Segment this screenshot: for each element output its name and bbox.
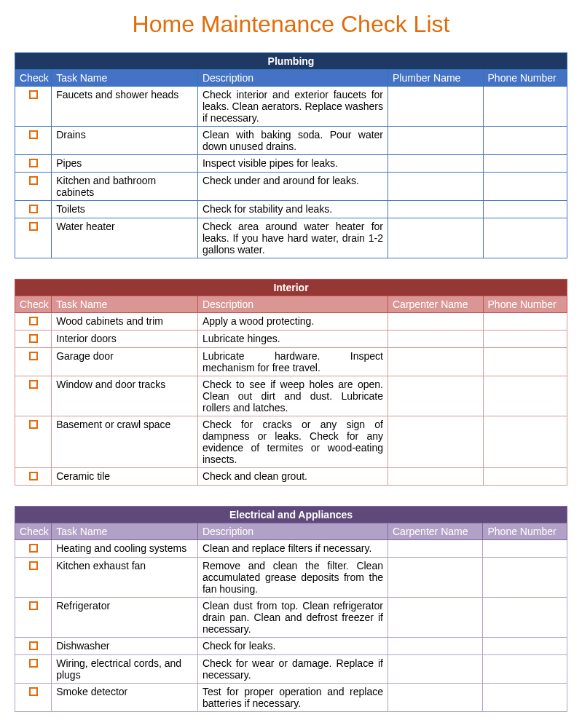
- phone-number-cell[interactable]: [483, 540, 567, 558]
- section-interior: InteriorCheckTask NameDescriptionCarpent…: [15, 279, 567, 486]
- table-row: Window and door tracksCheck to see if we…: [15, 376, 567, 416]
- phone-number-cell[interactable]: [483, 155, 567, 173]
- phone-number-cell[interactable]: [483, 416, 567, 468]
- person-name-cell[interactable]: [388, 468, 484, 486]
- checkbox-icon[interactable]: [29, 420, 38, 429]
- table-row: ToiletsCheck for stability and leaks.: [15, 201, 567, 218]
- person-name-cell[interactable]: [388, 655, 483, 684]
- person-name-cell[interactable]: [388, 558, 483, 598]
- phone-number-cell[interactable]: [483, 376, 567, 416]
- check-cell: [15, 655, 52, 684]
- table-row: Kitchen and bathroom cabinetsCheck under…: [15, 173, 567, 201]
- phone-number-cell[interactable]: [483, 598, 567, 638]
- section-title: Plumbing: [15, 53, 567, 70]
- person-name-cell[interactable]: [388, 331, 484, 348]
- checkbox-icon[interactable]: [29, 90, 38, 99]
- person-name-cell[interactable]: [388, 173, 484, 201]
- person-name-cell[interactable]: [388, 684, 483, 712]
- table-row: Faucets and shower headsCheck interior a…: [15, 87, 567, 127]
- phone-number-cell[interactable]: [483, 201, 567, 218]
- phone-number-cell[interactable]: [483, 348, 567, 376]
- phone-number-cell[interactable]: [483, 127, 567, 155]
- table-row: Wood cabinets and trimApply a wood prote…: [15, 313, 567, 331]
- person-name-cell[interactable]: [388, 348, 484, 376]
- task-description: Check to see if weep holes are open. Cle…: [197, 376, 388, 416]
- column-header-phone: Phone Number: [483, 523, 567, 540]
- person-name-cell[interactable]: [388, 313, 484, 331]
- person-name-cell[interactable]: [388, 376, 484, 416]
- column-header-description: Description: [197, 70, 388, 87]
- checkbox-icon[interactable]: [29, 334, 38, 343]
- check-cell: [15, 173, 52, 201]
- task-description: Check interior and exterior faucets for …: [197, 87, 388, 127]
- phone-number-cell[interactable]: [483, 331, 567, 348]
- checkbox-icon[interactable]: [29, 561, 38, 570]
- check-cell: [15, 313, 52, 331]
- phone-number-cell[interactable]: [483, 173, 567, 201]
- task-description: Check for stability and leaks.: [197, 201, 388, 218]
- task-description: Check area around water heater for leaks…: [197, 218, 388, 258]
- person-name-cell[interactable]: [388, 598, 483, 638]
- check-cell: [15, 638, 52, 655]
- task-name: Pipes: [52, 155, 198, 173]
- phone-number-cell[interactable]: [483, 468, 567, 486]
- person-name-cell[interactable]: [388, 155, 484, 173]
- checkbox-icon[interactable]: [29, 352, 38, 360]
- task-description: Clean and replace filters if necessary.: [197, 540, 388, 558]
- phone-number-cell[interactable]: [483, 638, 567, 655]
- column-header-description: Description: [197, 523, 388, 540]
- task-description: Check for leaks.: [197, 638, 388, 655]
- table-row: Garage doorLubricate hardware. Inspect m…: [15, 348, 567, 376]
- column-header-phone: Phone Number: [483, 70, 567, 87]
- column-header-task: Task Name: [52, 523, 198, 540]
- phone-number-cell[interactable]: [483, 87, 567, 127]
- task-description: Check for cracks or any sign of dampness…: [197, 416, 388, 468]
- table-row: Wiring, electrical cords, and plugsCheck…: [15, 655, 567, 684]
- checkbox-icon[interactable]: [29, 544, 38, 553]
- task-description: Remove and clean the filter. Clean accum…: [197, 558, 388, 598]
- checkbox-icon[interactable]: [29, 176, 38, 185]
- person-name-cell[interactable]: [388, 638, 483, 655]
- checkbox-icon[interactable]: [29, 601, 38, 610]
- table-row: DrainsClean with baking soda. Pour water…: [15, 127, 567, 155]
- check-cell: [15, 331, 52, 348]
- task-description: Apply a wood protecting.: [197, 313, 388, 331]
- checkbox-icon[interactable]: [29, 380, 38, 389]
- checkbox-icon[interactable]: [29, 641, 38, 650]
- check-cell: [15, 684, 52, 712]
- task-name: Ceramic tile: [52, 468, 198, 486]
- person-name-cell[interactable]: [388, 540, 483, 558]
- phone-number-cell[interactable]: [483, 684, 567, 712]
- phone-number-cell[interactable]: [483, 218, 567, 258]
- section-electrical: Electrical and AppliancesCheckTask NameD…: [15, 506, 567, 712]
- table-row: DishwasherCheck for leaks.: [15, 638, 567, 655]
- person-name-cell[interactable]: [388, 201, 484, 218]
- person-name-cell[interactable]: [388, 218, 484, 258]
- check-cell: [15, 376, 52, 416]
- check-cell: [15, 127, 52, 155]
- checkbox-icon[interactable]: [29, 317, 38, 325]
- task-name: Wood cabinets and trim: [52, 313, 198, 331]
- section-title: Interior: [15, 280, 567, 296]
- check-cell: [15, 348, 52, 376]
- task-name: Heating and cooling systems: [52, 540, 198, 558]
- person-name-cell[interactable]: [388, 87, 484, 127]
- checkbox-icon[interactable]: [29, 159, 38, 167]
- check-cell: [15, 155, 52, 173]
- checkbox-icon[interactable]: [29, 222, 38, 231]
- table-plumbing: PlumbingCheckTask NameDescriptionPlumber…: [15, 52, 567, 258]
- phone-number-cell[interactable]: [483, 313, 567, 331]
- person-name-cell[interactable]: [388, 416, 484, 468]
- person-name-cell[interactable]: [388, 127, 484, 155]
- table-interior: InteriorCheckTask NameDescriptionCarpent…: [15, 279, 567, 486]
- task-name: Refrigerator: [52, 598, 198, 638]
- column-header-phone: Phone Number: [483, 296, 567, 313]
- phone-number-cell[interactable]: [483, 558, 567, 598]
- checkbox-icon[interactable]: [29, 205, 38, 213]
- task-name: Drains: [52, 127, 198, 155]
- phone-number-cell[interactable]: [483, 655, 567, 684]
- checkbox-icon[interactable]: [29, 687, 38, 696]
- checkbox-icon[interactable]: [29, 659, 38, 668]
- checkbox-icon[interactable]: [29, 130, 38, 139]
- checkbox-icon[interactable]: [29, 472, 38, 480]
